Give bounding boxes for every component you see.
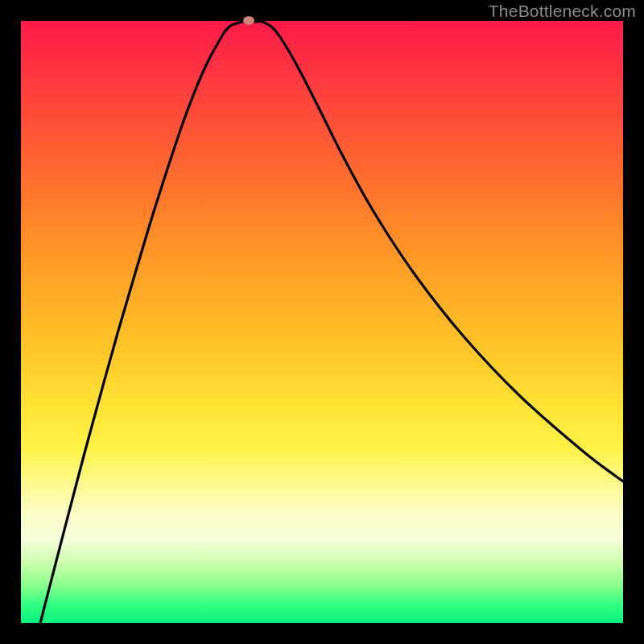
chart-stage: TheBottleneck.com: [0, 0, 644, 644]
plot-area: [21, 21, 623, 623]
curve-svg: [21, 21, 623, 623]
watermark-text: TheBottleneck.com: [489, 2, 636, 21]
bottleneck-curve: [40, 21, 623, 623]
optimal-point-marker: [243, 16, 254, 25]
